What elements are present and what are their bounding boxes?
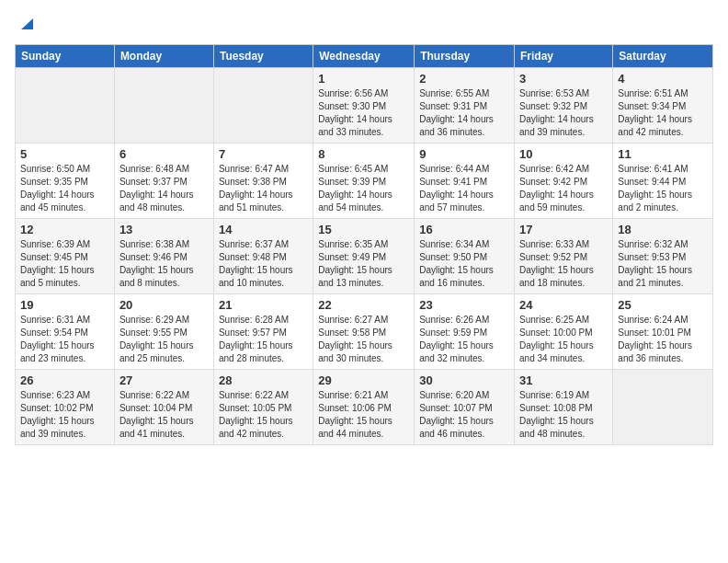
day-number: 8 [318, 147, 409, 161]
weekday-monday: Monday [114, 45, 213, 68]
weekday-tuesday: Tuesday [213, 45, 313, 68]
calendar-cell: 31Sunrise: 6:19 AM Sunset: 10:08 PM Dayl… [515, 370, 613, 445]
day-number: 14 [219, 223, 308, 236]
day-info: Sunrise: 6:56 AM Sunset: 9:30 PM Dayligh… [318, 87, 409, 139]
day-info: Sunrise: 6:53 AM Sunset: 9:32 PM Dayligh… [519, 87, 608, 139]
day-info: Sunrise: 6:38 AM Sunset: 9:46 PM Dayligh… [119, 238, 209, 290]
day-number: 6 [119, 147, 209, 161]
day-info: Sunrise: 6:22 AM Sunset: 10:04 PM Daylig… [119, 389, 209, 441]
day-info: Sunrise: 6:55 AM Sunset: 9:31 PM Dayligh… [419, 87, 509, 139]
calendar-cell: 14Sunrise: 6:37 AM Sunset: 9:48 PM Dayli… [213, 219, 313, 294]
calendar-cell: 13Sunrise: 6:38 AM Sunset: 9:46 PM Dayli… [114, 219, 213, 294]
day-info: Sunrise: 6:50 AM Sunset: 9:35 PM Dayligh… [20, 163, 109, 214]
day-number: 20 [119, 298, 209, 312]
day-number: 12 [20, 223, 109, 236]
calendar-cell: 25Sunrise: 6:24 AM Sunset: 10:01 PM Dayl… [613, 294, 713, 370]
calendar-cell: 16Sunrise: 6:34 AM Sunset: 9:50 PM Dayli… [415, 219, 515, 294]
calendar-cell: 8Sunrise: 6:45 AM Sunset: 9:39 PM Daylig… [313, 144, 415, 219]
week-row-2: 5Sunrise: 6:50 AM Sunset: 9:35 PM Daylig… [16, 144, 713, 219]
day-number: 26 [20, 373, 109, 387]
calendar-cell: 3Sunrise: 6:53 AM Sunset: 9:32 PM Daylig… [515, 68, 613, 144]
calendar-cell: 10Sunrise: 6:42 AM Sunset: 9:42 PM Dayli… [515, 144, 613, 219]
week-row-3: 12Sunrise: 6:39 AM Sunset: 9:45 PM Dayli… [16, 219, 713, 294]
day-number: 15 [318, 223, 409, 236]
weekday-sunday: Sunday [16, 45, 115, 68]
calendar-cell [613, 370, 713, 445]
day-number: 16 [419, 223, 509, 236]
day-info: Sunrise: 6:41 AM Sunset: 9:44 PM Dayligh… [618, 163, 708, 214]
calendar-cell: 18Sunrise: 6:32 AM Sunset: 9:53 PM Dayli… [613, 219, 713, 294]
day-info: Sunrise: 6:39 AM Sunset: 9:45 PM Dayligh… [20, 238, 109, 290]
day-number: 19 [20, 298, 109, 312]
week-row-1: 1Sunrise: 6:56 AM Sunset: 9:30 PM Daylig… [16, 68, 713, 144]
week-row-4: 19Sunrise: 6:31 AM Sunset: 9:54 PM Dayli… [16, 294, 713, 370]
weekday-friday: Friday [515, 45, 613, 68]
calendar-cell: 17Sunrise: 6:33 AM Sunset: 9:52 PM Dayli… [515, 219, 613, 294]
calendar-cell: 15Sunrise: 6:35 AM Sunset: 9:49 PM Dayli… [313, 219, 415, 294]
day-number: 3 [519, 72, 608, 86]
day-number: 30 [419, 373, 509, 387]
day-info: Sunrise: 6:47 AM Sunset: 9:38 PM Dayligh… [219, 163, 308, 214]
logo-icon [17, 15, 33, 31]
day-info: Sunrise: 6:26 AM Sunset: 9:59 PM Dayligh… [419, 314, 509, 365]
day-info: Sunrise: 6:25 AM Sunset: 10:00 PM Daylig… [519, 314, 608, 365]
calendar-cell: 7Sunrise: 6:47 AM Sunset: 9:38 PM Daylig… [213, 144, 313, 219]
calendar-cell: 30Sunrise: 6:20 AM Sunset: 10:07 PM Dayl… [415, 370, 515, 445]
day-info: Sunrise: 6:23 AM Sunset: 10:02 PM Daylig… [20, 389, 109, 441]
day-number: 21 [219, 298, 308, 312]
day-info: Sunrise: 6:20 AM Sunset: 10:07 PM Daylig… [419, 389, 509, 441]
day-info: Sunrise: 6:34 AM Sunset: 9:50 PM Dayligh… [419, 238, 509, 290]
day-number: 28 [219, 373, 308, 387]
day-info: Sunrise: 6:37 AM Sunset: 9:48 PM Dayligh… [219, 238, 308, 290]
calendar-table: SundayMondayTuesdayWednesdayThursdayFrid… [15, 44, 713, 445]
day-info: Sunrise: 6:32 AM Sunset: 9:53 PM Dayligh… [618, 238, 708, 290]
day-info: Sunrise: 6:51 AM Sunset: 9:34 PM Dayligh… [618, 87, 708, 139]
calendar-cell: 4Sunrise: 6:51 AM Sunset: 9:34 PM Daylig… [613, 68, 713, 144]
day-info: Sunrise: 6:28 AM Sunset: 9:57 PM Dayligh… [219, 314, 308, 365]
day-info: Sunrise: 6:42 AM Sunset: 9:42 PM Dayligh… [519, 163, 608, 214]
svg-marker-0 [21, 18, 33, 29]
calendar-cell: 24Sunrise: 6:25 AM Sunset: 10:00 PM Dayl… [515, 294, 613, 370]
calendar-page: SundayMondayTuesdayWednesdayThursdayFrid… [0, 0, 728, 563]
day-info: Sunrise: 6:44 AM Sunset: 9:41 PM Dayligh… [419, 163, 509, 214]
calendar-cell: 26Sunrise: 6:23 AM Sunset: 10:02 PM Dayl… [16, 370, 115, 445]
calendar-cell: 12Sunrise: 6:39 AM Sunset: 9:45 PM Dayli… [16, 219, 115, 294]
calendar-cell [213, 68, 313, 144]
day-number: 10 [519, 147, 608, 161]
day-number: 23 [419, 298, 509, 312]
weekday-wednesday: Wednesday [313, 45, 415, 68]
week-row-5: 26Sunrise: 6:23 AM Sunset: 10:02 PM Dayl… [16, 370, 713, 445]
day-info: Sunrise: 6:19 AM Sunset: 10:08 PM Daylig… [519, 389, 608, 441]
calendar-cell: 2Sunrise: 6:55 AM Sunset: 9:31 PM Daylig… [415, 68, 515, 144]
day-number: 24 [519, 298, 608, 312]
day-number: 1 [318, 72, 409, 86]
day-info: Sunrise: 6:33 AM Sunset: 9:52 PM Dayligh… [519, 238, 608, 290]
day-info: Sunrise: 6:29 AM Sunset: 9:55 PM Dayligh… [119, 314, 209, 365]
calendar-cell: 28Sunrise: 6:22 AM Sunset: 10:05 PM Dayl… [213, 370, 313, 445]
calendar-cell: 23Sunrise: 6:26 AM Sunset: 9:59 PM Dayli… [415, 294, 515, 370]
day-number: 31 [519, 373, 608, 387]
day-number: 7 [219, 147, 308, 161]
weekday-header-row: SundayMondayTuesdayWednesdayThursdayFrid… [16, 45, 713, 68]
day-number: 17 [519, 223, 608, 236]
calendar-cell [16, 68, 115, 144]
calendar-cell: 21Sunrise: 6:28 AM Sunset: 9:57 PM Dayli… [213, 294, 313, 370]
logo [15, 15, 33, 33]
calendar-cell: 1Sunrise: 6:56 AM Sunset: 9:30 PM Daylig… [313, 68, 415, 144]
day-number: 2 [419, 72, 509, 86]
header [15, 15, 713, 33]
calendar-cell: 11Sunrise: 6:41 AM Sunset: 9:44 PM Dayli… [613, 144, 713, 219]
calendar-cell: 19Sunrise: 6:31 AM Sunset: 9:54 PM Dayli… [16, 294, 115, 370]
calendar-cell [114, 68, 213, 144]
day-info: Sunrise: 6:45 AM Sunset: 9:39 PM Dayligh… [318, 163, 409, 214]
day-number: 13 [119, 223, 209, 236]
calendar-cell: 6Sunrise: 6:48 AM Sunset: 9:37 PM Daylig… [114, 144, 213, 219]
day-info: Sunrise: 6:21 AM Sunset: 10:06 PM Daylig… [318, 389, 409, 441]
day-number: 18 [618, 223, 708, 236]
day-number: 25 [618, 298, 708, 312]
day-number: 4 [618, 72, 708, 86]
day-number: 11 [618, 147, 708, 161]
day-info: Sunrise: 6:22 AM Sunset: 10:05 PM Daylig… [219, 389, 308, 441]
day-info: Sunrise: 6:27 AM Sunset: 9:58 PM Dayligh… [318, 314, 409, 365]
day-info: Sunrise: 6:31 AM Sunset: 9:54 PM Dayligh… [20, 314, 109, 365]
